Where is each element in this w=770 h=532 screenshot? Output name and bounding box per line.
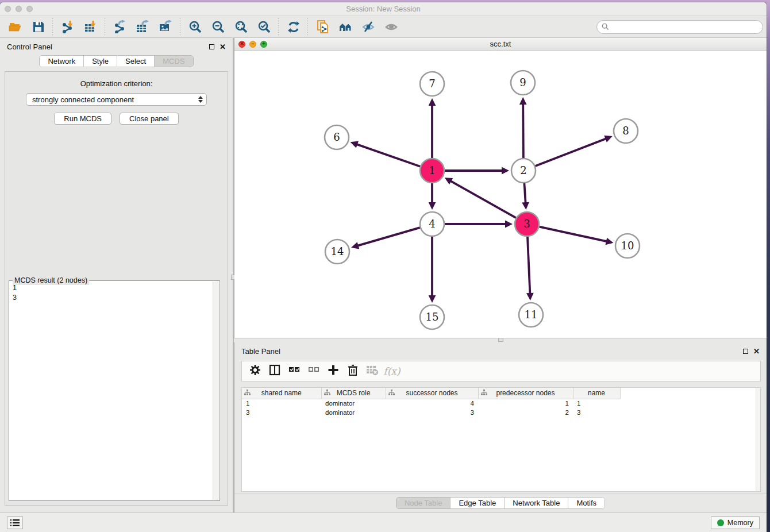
export-image-button[interactable]	[154, 18, 177, 36]
status-bar: Memory	[0, 512, 767, 532]
gear-button[interactable]	[247, 363, 264, 380]
function-builder-button[interactable]: f(x)	[383, 363, 401, 380]
control-panel-tabs: NetworkStyleSelectMCDS	[39, 55, 193, 67]
add-column-button[interactable]	[325, 363, 342, 380]
new-network-button[interactable]	[311, 18, 334, 36]
column-browser-button[interactable]	[266, 363, 283, 380]
zoom-fit-button[interactable]	[229, 18, 252, 36]
horizontal-splitter[interactable]	[234, 338, 767, 342]
graph-edge-3-1[interactable]	[445, 178, 516, 218]
show-all-button[interactable]	[380, 18, 403, 36]
tab-edge-table[interactable]: Edge Table	[451, 498, 505, 508]
graph-node-4[interactable]: 4	[420, 212, 444, 236]
splitter-grip[interactable]	[498, 338, 503, 342]
tab-motifs[interactable]: Motifs	[568, 498, 605, 508]
show-panels-button[interactable]	[7, 516, 23, 529]
graph-node-6[interactable]: 6	[325, 125, 349, 149]
table-cell: 2	[478, 408, 573, 417]
zoom-in-button[interactable]	[183, 18, 206, 36]
column-header-successor-nodes[interactable]: successor nodes	[386, 388, 478, 399]
close-panel-button[interactable]: Close panel	[120, 113, 179, 125]
memory-status-icon	[717, 519, 724, 526]
save-session-button[interactable]	[26, 18, 49, 36]
add-column-icon	[327, 364, 340, 379]
node-label: 3	[523, 218, 530, 230]
graph-node-9[interactable]: 9	[511, 71, 535, 95]
export-table-button[interactable]	[131, 18, 154, 36]
tab-mcds[interactable]: MCDS	[155, 56, 192, 67]
node-label: 6	[333, 131, 340, 143]
table-scrollbar[interactable]	[756, 388, 760, 491]
refresh-layout-button[interactable]	[282, 18, 305, 36]
column-header-predecessor-nodes[interactable]: predecessor nodes	[478, 388, 573, 399]
open-session-button[interactable]	[3, 18, 26, 36]
tab-style[interactable]: Style	[84, 56, 117, 67]
open-session-icon	[9, 20, 22, 33]
memory-button[interactable]: Memory	[711, 516, 760, 529]
graph-edge-2-8[interactable]	[536, 136, 613, 166]
toolbar-separator	[278, 18, 279, 36]
export-network-button[interactable]	[108, 18, 131, 36]
graph-edge-4-15[interactable]	[429, 237, 436, 303]
graph-node-7[interactable]: 7	[420, 72, 444, 96]
mcds-panel: Optimization criterion: strongly connect…	[5, 71, 228, 506]
graph-edge-4-3[interactable]	[445, 221, 513, 228]
tab-select[interactable]: Select	[117, 56, 155, 67]
graph-node-10[interactable]: 10	[615, 234, 640, 258]
graph-node-2[interactable]: 2	[511, 159, 536, 183]
import-table-button[interactable]	[79, 18, 102, 36]
vertical-splitter[interactable]	[233, 38, 234, 512]
graph-edge-1-7[interactable]	[429, 98, 436, 158]
graph-node-8[interactable]: 8	[614, 119, 638, 143]
graph-edge-3-10[interactable]	[539, 227, 613, 245]
graph-edge-1-4[interactable]	[429, 183, 436, 210]
search-box[interactable]	[596, 20, 763, 34]
run-mcds-button[interactable]: Run MCDS	[54, 113, 111, 125]
select-all-button[interactable]	[286, 363, 303, 380]
tab-network-table[interactable]: Network Table	[505, 498, 568, 508]
zoom-out-button[interactable]	[206, 18, 229, 36]
graph-edge-1-6[interactable]	[351, 141, 421, 166]
optimization-criterion-dropdown[interactable]: strongly connected component	[26, 93, 207, 106]
graph-node-1[interactable]: 1	[420, 159, 444, 183]
toolbar-separator	[180, 18, 180, 36]
column-label: predecessor nodes	[496, 389, 555, 397]
zoom-selected-button[interactable]	[252, 18, 275, 36]
table-cell: 4	[386, 399, 478, 408]
close-panel-icon[interactable]: ✕	[220, 43, 226, 51]
tab-node-table[interactable]: Node Table	[396, 498, 451, 508]
graph-edge-4-14[interactable]	[351, 228, 420, 249]
network-canvas[interactable]: 7968124314101511	[234, 51, 767, 338]
graph-node-14[interactable]: 14	[325, 240, 349, 264]
table-cell: dominator	[321, 399, 386, 408]
import-network-button[interactable]	[56, 18, 79, 36]
float-panel-icon[interactable]	[743, 349, 748, 354]
table-row[interactable]: 1dominator411	[242, 399, 620, 408]
graph-edge-2-3[interactable]	[522, 183, 529, 210]
column-header-MCDS-role[interactable]: MCDS role	[321, 388, 386, 399]
table-cell: 3	[573, 408, 620, 417]
column-header-shared-name[interactable]: shared name	[242, 388, 321, 399]
search-input[interactable]	[612, 23, 758, 31]
close-panel-icon[interactable]: ✕	[753, 348, 760, 355]
tab-network[interactable]: Network	[40, 56, 84, 67]
deselect-all-button[interactable]	[305, 363, 322, 380]
toolbar-group	[183, 18, 275, 36]
graph-edge-1-2[interactable]	[445, 167, 509, 175]
delete-table-button[interactable]	[364, 363, 381, 380]
float-panel-icon[interactable]	[209, 44, 214, 49]
graph-node-15[interactable]: 15	[420, 305, 444, 329]
graph-edge-2-9[interactable]	[519, 97, 527, 158]
graph-edge-3-11[interactable]	[526, 237, 534, 300]
first-neighbors-button[interactable]	[334, 18, 357, 36]
result-scrollbar[interactable]	[213, 282, 219, 500]
column-header-name[interactable]: name	[573, 388, 620, 399]
show-all-icon	[385, 20, 398, 33]
delete-column-button[interactable]	[344, 363, 361, 380]
hide-selected-button[interactable]	[357, 18, 380, 36]
graph-node-11[interactable]: 11	[519, 303, 543, 327]
table-row[interactable]: 3dominator323	[242, 408, 620, 417]
network-window: ✕ − + scc.txt 7968124314101511	[234, 38, 767, 338]
graph-node-3[interactable]: 3	[515, 212, 539, 236]
node-label: 8	[622, 125, 629, 137]
